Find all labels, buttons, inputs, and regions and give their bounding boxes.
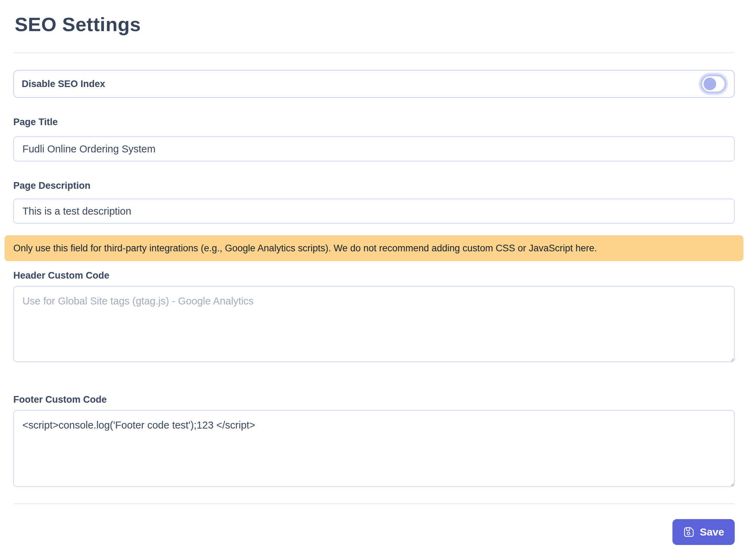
save-button-label: Save [700, 526, 724, 538]
header-custom-code-textarea[interactable] [13, 286, 735, 362]
page-description-input[interactable] [13, 199, 735, 224]
page-title-field-label: Page Title [13, 117, 735, 127]
page-title: SEO Settings [15, 10, 735, 38]
page-description-field-label: Page Description [13, 180, 735, 191]
header-divider [13, 52, 735, 53]
third-party-warning-banner: Only use this field for third-party inte… [5, 235, 743, 261]
disable-seo-index-label: Disable SEO Index [22, 79, 105, 89]
page-title-input[interactable] [13, 136, 735, 161]
toggle-knob [704, 78, 716, 90]
footer-custom-code-label: Footer Custom Code [13, 394, 735, 405]
header-custom-code-label: Header Custom Code [13, 270, 735, 281]
save-button[interactable]: Save [672, 519, 735, 545]
actions-row: Save [13, 519, 735, 545]
footer-divider [13, 503, 735, 504]
floppy-disk-icon [683, 526, 695, 538]
warning-banner-text: Only use this field for third-party inte… [13, 243, 597, 254]
seo-settings-page: SEO Settings Disable SEO Index Page Titl… [0, 10, 748, 545]
disable-seo-index-toggle[interactable] [700, 74, 726, 93]
disable-seo-index-card: Disable SEO Index [13, 70, 735, 98]
footer-custom-code-textarea[interactable]: <script>console.log('Footer code test');… [13, 410, 735, 487]
